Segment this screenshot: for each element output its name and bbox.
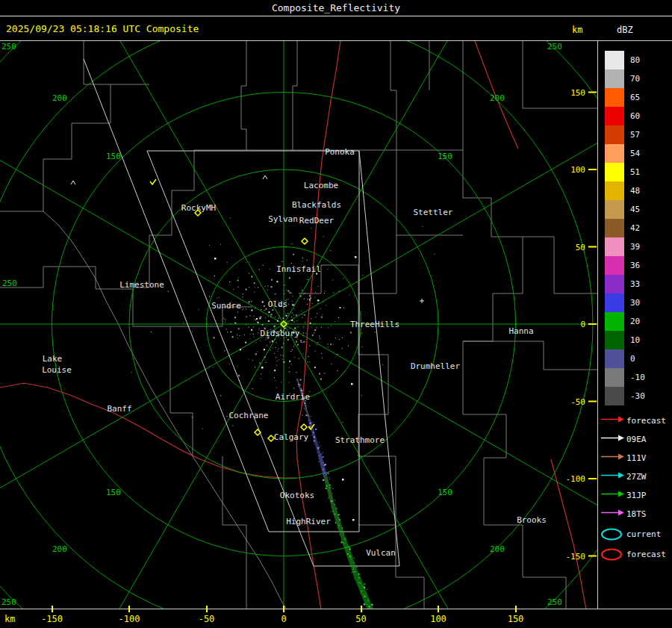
- dbz-swatch: [605, 181, 624, 200]
- echo-speck: [291, 364, 292, 365]
- echo-speck: [274, 370, 276, 371]
- echo-speck: [275, 317, 276, 317]
- echo-speck: [355, 571, 355, 572]
- echo-speck: [323, 469, 324, 470]
- echo-speck: [310, 297, 311, 299]
- echo-speck: [364, 596, 366, 597]
- echo-speck: [334, 513, 335, 514]
- echo-speck: [313, 432, 314, 433]
- echo-speck: [319, 336, 320, 337]
- legend-label: 111V: [626, 453, 647, 463]
- colorbar-title: dBZ: [617, 25, 633, 35]
- echo-speck: [229, 282, 230, 282]
- echo-speck: [309, 299, 311, 301]
- county-boundary: [396, 525, 424, 609]
- echo-speck: [276, 388, 277, 388]
- echo-speck: [312, 335, 314, 336]
- echo-speck: [343, 308, 344, 308]
- echo-speck: [314, 297, 315, 298]
- county-boundary: [463, 341, 566, 609]
- swath-segment: [333, 506, 343, 538]
- echo-speck: [332, 493, 333, 494]
- echo-speck: [265, 317, 266, 318]
- echo-speck: [289, 371, 290, 372]
- radar-map[interactable]: 150200250150200250150200250150200250250P…: [0, 41, 597, 609]
- echo-speck: [131, 372, 132, 373]
- x-axis-tick: [52, 606, 53, 612]
- y-axis-tick-label: -150: [566, 552, 586, 562]
- echo-speck: [168, 291, 169, 292]
- echo-speck: [302, 290, 302, 290]
- dbz-swatch: [605, 125, 624, 144]
- echo-speck: [298, 386, 299, 387]
- county-boundary: [396, 150, 463, 235]
- echo-speck: [265, 340, 266, 341]
- city-label-stettler: Stettler: [414, 208, 453, 217]
- city-label-okotoks: Okotoks: [280, 491, 314, 500]
- echo-speck: [361, 395, 362, 396]
- dbz-swatch: [605, 256, 624, 275]
- echo-speck: [198, 309, 199, 310]
- echo-speck: [293, 346, 294, 346]
- echo-speck: [320, 308, 321, 309]
- echo-speck: [344, 531, 345, 532]
- echo-speck: [280, 355, 281, 355]
- echo-speck: [251, 329, 252, 331]
- track-arrow-icon: [600, 414, 625, 424]
- echo-speck: [267, 290, 268, 290]
- echo-speck: [349, 295, 349, 296]
- county-boundary: [170, 356, 193, 456]
- echo-speck: [291, 320, 293, 321]
- dbz-swatch: [605, 312, 624, 331]
- city-label-threehills: ThreeHills: [350, 320, 399, 329]
- echo-speck: [181, 311, 182, 312]
- echo-speck: [226, 416, 227, 417]
- dbz-level-row: 65: [598, 88, 672, 107]
- echo-speck: [315, 351, 316, 352]
- dbz-level-row: 42: [598, 219, 672, 237]
- echo-speck: [359, 582, 361, 584]
- echo-speck: [325, 291, 326, 292]
- echo-speck: [351, 562, 352, 563]
- echo-speck: [220, 244, 221, 245]
- echo-speck: [335, 522, 336, 523]
- echo-speck: [356, 567, 357, 568]
- echo-speck: [320, 261, 320, 262]
- echo-speck: [304, 408, 305, 408]
- echo-speck: [287, 290, 289, 292]
- echo-speck: [264, 356, 266, 358]
- echo-speck: [339, 339, 340, 340]
- station-caret-icon: [263, 175, 267, 179]
- echo-speck: [270, 269, 270, 270]
- echo-speck: [252, 301, 252, 302]
- echo-speck: [270, 342, 270, 343]
- county-boundary: [463, 150, 523, 341]
- range-label: 250: [2, 279, 17, 288]
- dbz-value-label: 54: [630, 149, 640, 158]
- echo-speck: [322, 314, 323, 315]
- echo-speck: [319, 447, 320, 448]
- echo-speck: [348, 346, 349, 346]
- legend-ellipse-forecast: forecast: [598, 543, 672, 563]
- echo-speck: [291, 293, 292, 293]
- echo-speck: [231, 323, 231, 324]
- echo-speck: [258, 287, 258, 287]
- echo-speck: [292, 301, 293, 302]
- echo-speck: [258, 322, 259, 323]
- echo-speck: [262, 301, 264, 302]
- echo-speck: [277, 361, 278, 361]
- echo-speck: [276, 357, 276, 358]
- echo-speck: [303, 332, 304, 333]
- echo-speck: [249, 359, 249, 360]
- echo-speck: [342, 422, 343, 423]
- radar-viewer-window: Composite_Reflectivity 2025/09/23 05:18:…: [0, 0, 672, 628]
- echo-speck: [256, 318, 258, 320]
- echo-speck: [237, 335, 237, 335]
- dbz-swatch: [605, 51, 624, 69]
- window-title: Composite_Reflectivity: [272, 2, 400, 13]
- city-label-sylvan: Sylvan: [268, 214, 298, 224]
- echo-speck: [311, 318, 311, 319]
- side-panel: 807065605754514845423936333020100-10-30 …: [598, 41, 672, 609]
- echo-speck: [230, 218, 231, 219]
- city-label-strathmore: Strathmore: [335, 435, 385, 445]
